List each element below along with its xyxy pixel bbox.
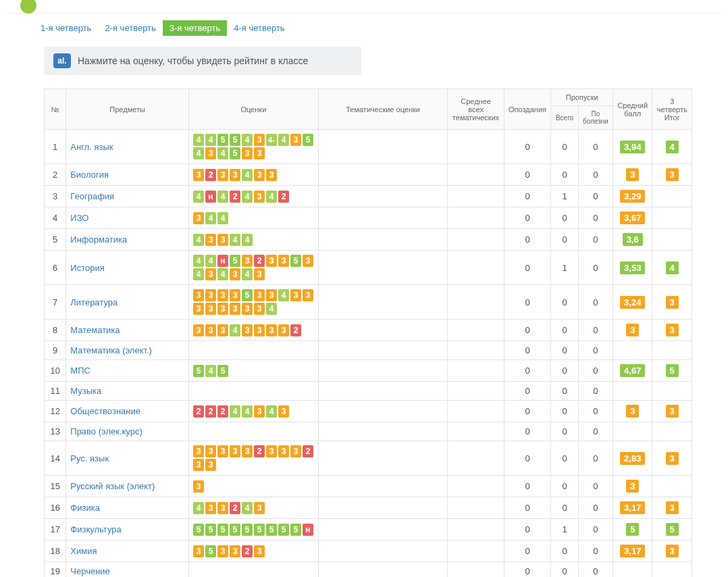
- grade-chip[interactable]: 3: [242, 255, 253, 267]
- subject-link[interactable]: Англ. язык: [70, 142, 113, 152]
- grade-chip[interactable]: 3: [266, 169, 277, 181]
- subject-link[interactable]: Обществознание: [70, 406, 140, 416]
- grade-chip[interactable]: 5: [217, 365, 228, 377]
- subject-link[interactable]: Русский язык (элект): [70, 481, 155, 491]
- grade-chip[interactable]: 4: [217, 268, 228, 280]
- grade-chip[interactable]: 4: [193, 255, 204, 267]
- subject-link[interactable]: Физика: [70, 503, 100, 513]
- grade-chip[interactable]: 3: [230, 303, 240, 315]
- grade-chip[interactable]: 3: [278, 445, 289, 457]
- grade-chip[interactable]: 3: [254, 134, 265, 146]
- grade-chip[interactable]: 3: [205, 234, 216, 246]
- grade-chip[interactable]: 3: [217, 289, 228, 301]
- grade-chip[interactable]: 3: [230, 268, 240, 280]
- grade-chip[interactable]: 4: [242, 234, 253, 246]
- grade-chip[interactable]: 5: [278, 524, 289, 536]
- grade-chip[interactable]: 4: [242, 134, 253, 146]
- subject-link[interactable]: География: [70, 191, 114, 201]
- grade-chip[interactable]: 4: [205, 212, 216, 224]
- subject-link[interactable]: Физкультура: [70, 524, 121, 534]
- grade-chip[interactable]: 3: [290, 445, 301, 457]
- grade-chip[interactable]: 5: [230, 524, 240, 536]
- subject-link[interactable]: История: [70, 263, 104, 273]
- grade-chip[interactable]: 3: [242, 324, 253, 336]
- subject-link[interactable]: Литература: [70, 297, 118, 307]
- grade-chip[interactable]: 4: [230, 234, 240, 246]
- grade-chip[interactable]: 4: [230, 405, 240, 418]
- grade-chip[interactable]: 3: [254, 502, 265, 514]
- grade-chip[interactable]: 3: [193, 445, 204, 457]
- grade-chip[interactable]: 4: [193, 191, 204, 203]
- grade-chip[interactable]: 3: [193, 289, 204, 301]
- grade-chip[interactable]: 5: [205, 545, 216, 557]
- grade-chip[interactable]: 3: [278, 255, 289, 267]
- grade-chip[interactable]: 5: [242, 524, 253, 536]
- grade-chip[interactable]: 3: [278, 405, 289, 418]
- grade-chip[interactable]: 5: [290, 524, 301, 536]
- subject-link[interactable]: Химия: [70, 546, 97, 556]
- grade-chip[interactable]: 5: [254, 524, 265, 536]
- grade-chip[interactable]: 3: [278, 324, 289, 336]
- grade-chip[interactable]: 4: [193, 147, 204, 159]
- grade-chip[interactable]: 5: [266, 524, 277, 536]
- grade-chip[interactable]: 3: [242, 147, 253, 159]
- grade-chip[interactable]: 3: [193, 545, 204, 557]
- tab-quarter-4[interactable]: 4-я четверть: [227, 20, 291, 36]
- grade-chip[interactable]: 3: [254, 405, 265, 418]
- grade-chip[interactable]: 4: [205, 255, 216, 267]
- grade-chip[interactable]: 2: [217, 405, 228, 418]
- tab-quarter-3[interactable]: 3-я четверть: [163, 20, 227, 36]
- grade-chip[interactable]: 3: [230, 289, 240, 301]
- grade-chip[interactable]: 3: [193, 480, 204, 493]
- grade-chip[interactable]: 3: [303, 255, 313, 267]
- grade-chip[interactable]: 3: [254, 303, 265, 315]
- subject-link[interactable]: Музыка: [70, 386, 101, 396]
- subject-link[interactable]: Биология: [70, 170, 109, 180]
- subject-link[interactable]: Математика: [70, 325, 120, 335]
- grade-chip[interactable]: 3: [290, 134, 301, 146]
- grade-chip[interactable]: 3: [193, 303, 204, 315]
- grade-chip[interactable]: 5: [205, 524, 216, 536]
- grade-chip[interactable]: 3: [266, 255, 277, 267]
- grade-chip[interactable]: 4: [242, 191, 253, 203]
- grade-chip[interactable]: 2: [193, 405, 204, 418]
- grade-chip[interactable]: 4: [217, 147, 228, 159]
- subject-link[interactable]: Черчение: [70, 566, 110, 576]
- grade-chip[interactable]: 3: [217, 169, 228, 181]
- grade-chip[interactable]: 3: [266, 445, 277, 457]
- grade-chip[interactable]: 5: [242, 289, 253, 301]
- grade-chip[interactable]: 4: [205, 134, 216, 146]
- grade-chip[interactable]: 4: [266, 405, 277, 418]
- grade-chip[interactable]: 4: [217, 212, 228, 224]
- grade-chip[interactable]: 2: [278, 191, 289, 203]
- grade-chip[interactable]: 3: [242, 445, 253, 457]
- grade-chip[interactable]: 5: [230, 147, 240, 159]
- grade-chip[interactable]: 5: [217, 134, 228, 146]
- grade-chip[interactable]: 3: [205, 445, 216, 457]
- grade-chip[interactable]: 3: [205, 268, 216, 280]
- grade-chip[interactable]: 3: [193, 212, 204, 224]
- grade-chip[interactable]: 3: [254, 191, 265, 203]
- grade-chip[interactable]: 5: [230, 134, 240, 146]
- grade-chip[interactable]: 2: [254, 445, 265, 457]
- grade-chip[interactable]: 3: [254, 169, 265, 181]
- grade-chip[interactable]: 3: [217, 502, 228, 514]
- grade-chip[interactable]: 3: [254, 289, 265, 301]
- grade-chip[interactable]: н: [303, 524, 313, 536]
- grade-chip[interactable]: 2: [230, 502, 240, 514]
- grade-chip[interactable]: 3: [254, 545, 265, 557]
- grade-chip[interactable]: 5: [303, 134, 313, 146]
- grade-chip[interactable]: 3: [193, 169, 204, 181]
- grade-chip[interactable]: 3: [290, 289, 301, 301]
- tab-quarter-1[interactable]: 1-я четверть: [34, 20, 98, 36]
- grade-chip[interactable]: 4: [205, 365, 216, 377]
- grade-chip[interactable]: н: [217, 255, 228, 267]
- grade-chip[interactable]: 4: [242, 405, 253, 418]
- grade-chip[interactable]: 3: [217, 545, 228, 557]
- grade-chip[interactable]: 4: [242, 502, 253, 514]
- grade-chip[interactable]: 2: [230, 191, 240, 203]
- grade-chip[interactable]: 3: [193, 459, 204, 471]
- grade-chip[interactable]: 5: [290, 255, 301, 267]
- grade-chip[interactable]: 3: [205, 324, 216, 336]
- subject-link[interactable]: ИЗО: [70, 213, 88, 223]
